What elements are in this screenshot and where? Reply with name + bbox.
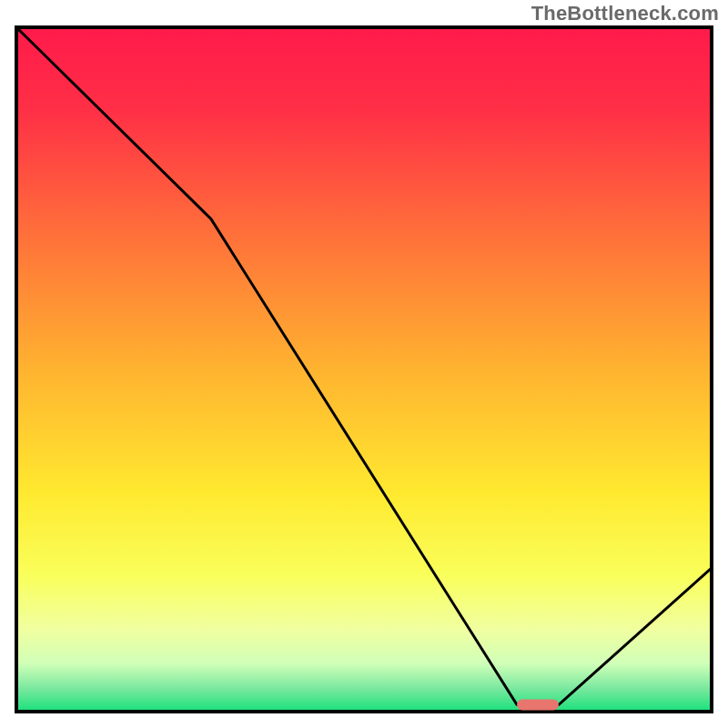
plot-area xyxy=(16,27,712,712)
chart-frame: TheBottleneck.com xyxy=(0,0,728,728)
target-marker xyxy=(517,700,559,711)
bottleneck-chart xyxy=(0,0,728,728)
watermark-text: TheBottleneck.com xyxy=(531,2,719,25)
